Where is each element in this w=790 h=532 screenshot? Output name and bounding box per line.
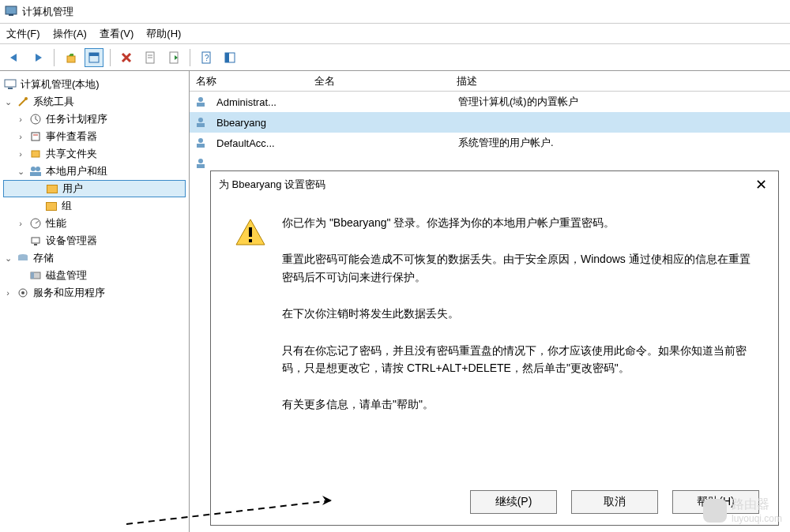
tree-performance[interactable]: › 性能: [3, 215, 186, 232]
dialog-titlebar: 为 Bbearyang 设置密码 ✕: [211, 171, 778, 198]
dialog-title: 为 Bbearyang 设置密码: [219, 178, 325, 192]
svg-point-15: [24, 97, 28, 100]
disk-icon: [28, 271, 43, 280]
tree-label: 服务和应用程序: [33, 286, 105, 300]
dialog-text: 你已作为 "Bbearyang" 登录。你选择为你的本地用户帐户重置密码。 重置…: [282, 214, 754, 433]
twisty-icon[interactable]: ›: [16, 149, 25, 159]
tree-diskmgmt[interactable]: › 磁盘管理: [3, 267, 186, 284]
password-dialog: 为 Bbearyang 设置密码 ✕ 你已作为 "Bbearyang" 登录。你…: [210, 170, 779, 526]
svg-rect-25: [34, 244, 37, 245]
twisty-icon[interactable]: ›: [3, 288, 13, 298]
toolbar: ?: [0, 44, 790, 71]
svg-point-32: [198, 97, 203, 102]
window-titlebar: 计算机管理: [0, 0, 790, 24]
svg-rect-40: [249, 227, 252, 237]
twisty-icon[interactable]: ⌄: [3, 97, 13, 107]
list-row[interactable]: Administrat... 管理计算机(域)的内置帐户: [190, 92, 790, 112]
svg-rect-22: [30, 172, 41, 176]
twisty-icon[interactable]: ›: [16, 132, 25, 141]
menu-action[interactable]: 操作(A): [53, 27, 87, 41]
svg-rect-12: [225, 53, 229, 62]
twisty-icon[interactable]: ⌄: [3, 253, 13, 264]
tree-systools[interactable]: ⌄ 系统工具: [3, 93, 186, 111]
svg-rect-35: [197, 123, 205, 127]
device-icon: [28, 235, 43, 246]
svg-point-20: [31, 167, 36, 171]
continue-button[interactable]: 继续(P): [470, 490, 557, 514]
tree-devicemgr[interactable]: › 设备管理器: [3, 232, 186, 249]
watermark-sub: luyouqi.com: [732, 513, 782, 524]
tree-localusers[interactable]: ⌄ 本地用户和组: [3, 163, 186, 180]
app-icon: [5, 4, 17, 19]
dialog-p3: 在下次你注销时将发生此数据丢失。: [282, 305, 754, 322]
up-button[interactable]: [61, 48, 80, 67]
svg-point-36: [198, 138, 203, 143]
tree-label: 事件查看器: [46, 129, 97, 144]
tree-tasksched[interactable]: › 任务计划程序: [3, 111, 186, 128]
list-row[interactable]: Bbearyang: [190, 112, 790, 133]
delete-button[interactable]: [117, 48, 136, 67]
cancel-button[interactable]: 取消: [571, 490, 658, 514]
menu-help[interactable]: 帮助(H): [146, 27, 181, 41]
tree-label: 本地用户和组: [46, 164, 107, 178]
col-name[interactable]: 名称: [190, 74, 308, 88]
folder-icon: [44, 202, 58, 211]
tree-label: 用户: [62, 182, 83, 196]
svg-rect-13: [5, 80, 16, 87]
export-button[interactable]: [164, 48, 183, 67]
twisty-icon[interactable]: ›: [16, 114, 25, 124]
menu-file[interactable]: 文件(F): [6, 27, 40, 41]
cell-name: Administrat...: [210, 96, 310, 108]
tree-label: 系统工具: [33, 95, 74, 109]
tree-label: 磁盘管理: [46, 268, 87, 283]
tree-label: 共享文件夹: [46, 147, 97, 161]
help-button[interactable]: ?: [197, 48, 216, 67]
svg-rect-2: [67, 56, 75, 62]
col-fullname[interactable]: 全名: [308, 74, 450, 88]
services-icon: [16, 287, 30, 298]
svg-rect-0: [6, 6, 17, 14]
menu-view[interactable]: 查看(V): [100, 27, 134, 41]
watermark: 路由器 luyouqi.com: [703, 496, 782, 524]
tree-storage[interactable]: ⌄ 存储: [3, 249, 186, 267]
user-icon: [194, 96, 207, 108]
tree-label: 计算机管理(本地): [21, 77, 100, 92]
svg-rect-24: [32, 238, 40, 243]
cell-name: DefaultAcc...: [210, 137, 310, 149]
svg-point-21: [36, 167, 40, 171]
tree-groups[interactable]: 组: [3, 197, 186, 215]
tools-icon: [16, 96, 30, 107]
show-pane-button[interactable]: [85, 48, 103, 67]
separator: [190, 49, 190, 66]
tree-label: 组: [62, 199, 72, 213]
cell-desc: 管理计算机(域)的内置帐户: [452, 95, 790, 109]
separator: [54, 49, 55, 66]
forward-button[interactable]: [28, 48, 47, 67]
event-icon: [28, 131, 43, 142]
computer-icon: [3, 79, 17, 90]
perf-icon: [28, 218, 43, 229]
tree-servicesapps[interactable]: › 服务和应用程序: [3, 284, 186, 302]
tree-users[interactable]: 用户: [3, 180, 186, 197]
svg-point-38: [198, 159, 203, 163]
user-icon: [194, 157, 207, 170]
col-desc[interactable]: 描述: [450, 74, 790, 88]
svg-rect-27: [18, 256, 28, 260]
back-button[interactable]: [5, 48, 24, 67]
close-button[interactable]: ✕: [751, 175, 770, 194]
clock-icon: [28, 114, 43, 125]
tree-label: 性能: [46, 216, 66, 230]
twisty-icon[interactable]: ⌄: [16, 167, 25, 177]
tree-sharedfolders[interactable]: › 共享文件夹: [3, 145, 186, 163]
user-icon: [194, 116, 207, 129]
window-title: 计算机管理: [22, 5, 73, 19]
svg-point-31: [21, 291, 24, 294]
menubar: 文件(F) 操作(A) 查看(V) 帮助(H): [0, 24, 790, 44]
list-row[interactable]: DefaultAcc... 系统管理的用户帐户.: [190, 133, 790, 153]
tree-root[interactable]: 计算机管理(本地): [3, 76, 186, 93]
twisty-icon[interactable]: ›: [16, 219, 25, 228]
view-button[interactable]: [220, 48, 239, 67]
tree-eventviewer[interactable]: › 事件查看器: [3, 128, 186, 145]
properties-button[interactable]: [141, 48, 160, 67]
svg-rect-14: [8, 88, 13, 89]
